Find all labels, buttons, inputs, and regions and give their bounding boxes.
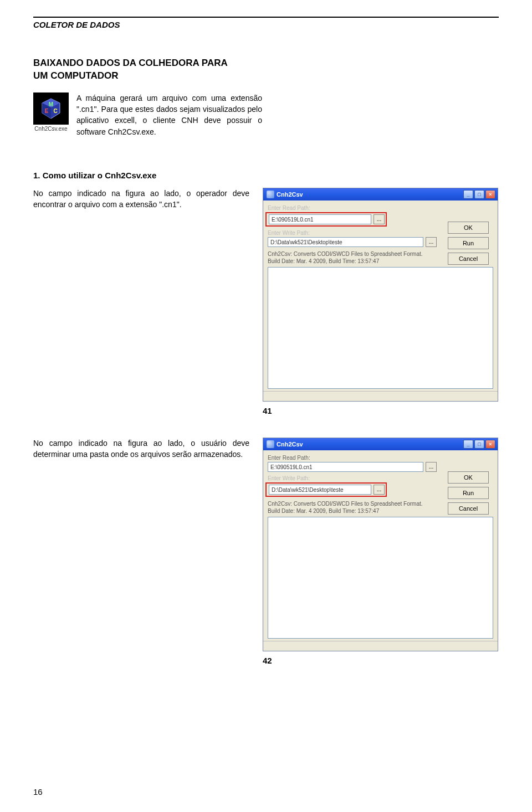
close-button[interactable]: × — [485, 440, 495, 449]
build-info: Cnh2Csv: Converts CODI/SWCD Files to Spr… — [268, 250, 437, 265]
read-path-label: Enter Read Path: — [268, 455, 437, 461]
cancel-button[interactable]: Cancel — [448, 502, 489, 515]
write-path-input[interactable]: D:\Data\wk521\Desktop\teste — [268, 237, 423, 247]
window-title: Cnh2Csv — [277, 191, 303, 198]
read-path-label: Enter Read Path: — [268, 205, 437, 211]
browse-write-button[interactable]: ... — [426, 237, 437, 247]
info-line2: Build Date: Mar. 4 2009, Build Time: 13:… — [268, 258, 379, 264]
status-bar — [263, 641, 498, 651]
ok-button[interactable]: OK — [448, 222, 489, 234]
maximize-button[interactable]: □ — [474, 440, 484, 449]
maximize-button[interactable]: □ — [474, 190, 484, 199]
cancel-button[interactable]: Cancel — [448, 253, 489, 265]
app-icon-box: M E C Cnh2Csv.exe — [33, 92, 69, 132]
build-info: Cnh2Csv: Converts CODI/SWCD Files to Spr… — [268, 500, 437, 515]
svg-text:C: C — [53, 108, 57, 114]
running-header: COLETOR DE DADOS — [33, 20, 499, 29]
ok-button[interactable]: OK — [448, 471, 489, 484]
cnh2csv-window-42: Cnh2Csv _ □ × OK Run — [263, 438, 498, 651]
page: COLETOR DE DADOS BAIXANDO DADOS DA COLHE… — [0, 0, 532, 812]
intro-paragraph: A máquina gerará um arquivo com uma exte… — [76, 92, 262, 137]
info-line1: Cnh2Csv: Converts CODI/SWCD Files to Spr… — [268, 251, 423, 257]
write-path-label: Enter Write Path: — [268, 230, 437, 236]
main-heading-line2: UM COMPUTADOR — [33, 70, 119, 81]
section1-heading: 1. Como utilizar o Cnh2Csv.exe — [33, 171, 499, 180]
info-line2: Build Date: Mar. 4 2009, Build Time: 13:… — [268, 508, 379, 514]
status-bar — [263, 391, 498, 401]
svg-text:E: E — [45, 108, 49, 114]
figure-number-42: 42 — [263, 656, 499, 665]
output-area — [268, 517, 493, 639]
write-path-input[interactable]: D:\Data\wk521\Desktop\teste — [269, 485, 371, 495]
cube-icon: M E C — [33, 92, 69, 125]
icon-caption: Cnh2Csv.exe — [33, 126, 69, 132]
section-2: No campo indicado na figura ao lado, o u… — [33, 438, 499, 665]
run-button[interactable]: Run — [448, 237, 489, 249]
main-heading: BAIXANDO DADOS DA COLHEDORA PARA UM COMP… — [33, 57, 499, 83]
page-number: 16 — [33, 787, 43, 796]
window-titlebar[interactable]: Cnh2Csv _ □ × — [263, 188, 498, 201]
write-path-label: Enter Write Path: — [268, 475, 437, 481]
write-path-row: D:\Data\wk521\Desktop\teste ... — [268, 237, 437, 247]
run-button[interactable]: Run — [448, 487, 489, 499]
write-path-row-highlighted: D:\Data\wk521\Desktop\teste ... — [265, 482, 387, 497]
minimize-button[interactable]: _ — [463, 440, 473, 449]
read-path-input[interactable]: E:\090519L0.cn1 — [269, 214, 371, 224]
svg-text:M: M — [49, 101, 53, 107]
read-path-row: E:\090519L0.cn1 ... — [268, 462, 437, 472]
section2-text: No campo indicado na figura ao lado, o u… — [33, 438, 249, 665]
browse-read-button[interactable]: ... — [426, 462, 437, 472]
close-button[interactable]: × — [485, 190, 495, 199]
window-title: Cnh2Csv — [277, 441, 303, 448]
header-rule — [33, 17, 499, 18]
browse-read-button[interactable]: ... — [374, 214, 385, 224]
app-icon — [267, 191, 274, 198]
read-path-row-highlighted: E:\090519L0.cn1 ... — [265, 212, 387, 227]
figure-number-41: 41 — [263, 406, 499, 415]
minimize-button[interactable]: _ — [463, 190, 473, 199]
main-heading-line1: BAIXANDO DADOS DA COLHEDORA PARA — [33, 58, 228, 68]
info-line1: Cnh2Csv: Converts CODI/SWCD Files to Spr… — [268, 501, 423, 507]
section-1: 1. Como utilizar o Cnh2Csv.exe No campo … — [33, 171, 499, 415]
cnh2csv-window-41: Cnh2Csv _ □ × OK Run — [263, 188, 498, 402]
output-area — [268, 267, 493, 389]
window-titlebar[interactable]: Cnh2Csv _ □ × — [263, 438, 498, 450]
section1-text: No campo indicado na figura ao lado, o o… — [33, 188, 249, 415]
app-icon — [267, 440, 274, 448]
browse-write-button[interactable]: ... — [374, 485, 385, 495]
intro-row: M E C Cnh2Csv.exe A máquina gerará um ar… — [33, 92, 499, 137]
read-path-input[interactable]: E:\090519L0.cn1 — [268, 462, 423, 472]
